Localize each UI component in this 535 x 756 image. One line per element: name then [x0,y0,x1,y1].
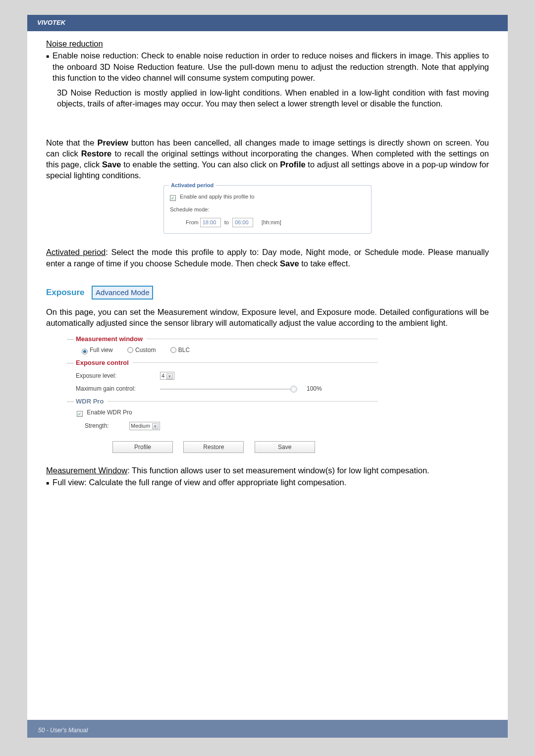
profile-button[interactable]: Profile [112,441,173,453]
restore-button[interactable]: Restore [183,441,244,453]
mw-bullet: ■ Full view: Calculate the full range of… [46,477,489,488]
checkbox-enable-profile[interactable]: ✓ [170,195,176,201]
to-time-input[interactable]: 06:00 [232,218,253,227]
mw-legend: Measurement window [76,335,147,344]
exposure-control-fieldset: — Exposure control Exposure level: 4▾ Ma… [76,362,378,393]
exposure-level-select[interactable]: 4▾ [160,372,174,380]
noise-p2: 3D Noise Reduction is mostly applied in … [57,87,489,109]
time-hint: [hh:mm] [262,219,281,225]
measurement-window-text: Measurement Window: This function allows… [46,465,489,476]
checkbox-enable-wdr[interactable]: ✓ [77,411,83,417]
strength-select[interactable]: Medium▾ [129,422,160,430]
enable-profile-row: ✓ Enable and apply this profile to [170,193,365,201]
from-time-input[interactable]: 18:00 [200,218,221,227]
save-button[interactable]: Save [255,441,315,453]
activated-period-text: Activated period: Select the mode this p… [46,247,489,269]
advanced-mode-badge: Advanced Mode [92,286,153,300]
opt-custom[interactable]: Custom [127,347,156,353]
exposure-heading-row: Exposure Advanced Mode [46,286,489,300]
activated-legend: Activated period [169,182,215,188]
opt-full-view[interactable]: Full view [82,347,113,353]
strength-label: Strength: [85,422,129,430]
schedule-time-row: From 18:00 to 06:00 [hh:mm] [186,218,365,227]
dash-icon: — [67,334,74,344]
noise-p1: Enable noise reduction: Check to enable … [53,50,489,83]
noise-reduction-section: Noise reduction ■ Enable noise reduction… [46,38,489,109]
exposure-title: Exposure [46,288,84,297]
chevron-down-icon: ▾ [166,373,173,379]
brand-header: VIVOTEK [27,15,508,30]
wdr-pro-fieldset: — WDR Pro ✓ Enable WDR Pro Strength: Med… [76,401,378,430]
from-label: From [186,219,199,225]
square-bullet-icon: ■ [46,53,49,83]
enable-wdr-label: Enable WDR Pro [87,409,132,416]
wdr-legend: WDR Pro [76,397,107,406]
measurement-window-fieldset: — Measurement window Full view Custom BL… [76,339,378,354]
noise-bullet-1: ■ Enable noise reduction: Check to enabl… [46,50,489,83]
dash-icon: — [67,397,74,406]
square-bullet-icon: ■ [46,480,49,488]
button-row: Profile Restore Save [76,441,378,453]
radio-icon [82,349,88,354]
radio-icon [127,347,133,353]
preview-note: Note that the Preview button has been ca… [46,137,489,181]
activated-period-panel: Activated period ✓ Enable and apply this… [163,185,372,234]
radio-icon [170,347,176,353]
exposure-intro: On this page, you can set the Measuremen… [46,306,489,329]
opt-blc[interactable]: BLC [170,347,190,353]
max-gain-value: 100% [307,385,322,393]
manual-page: VIVOTEK Noise reduction ■ Enable noise r… [27,15,508,738]
max-gain-slider[interactable] [160,389,294,390]
ec-legend: Exposure control [76,358,133,367]
chevron-down-icon: ▾ [152,423,159,429]
noise-heading: Noise reduction [46,39,103,48]
brand-text: VIVOTEK [37,19,65,26]
exposure-level-label: Exposure level: [76,372,160,380]
slider-thumb-icon[interactable] [290,386,297,393]
page-content: Noise reduction ■ Enable noise reduction… [27,31,508,488]
enable-profile-label: Enable and apply this profile to [180,194,254,200]
schedule-mode-label: Schedule mode: [170,206,365,213]
to-label: to [224,219,229,225]
exposure-form: — Measurement window Full view Custom BL… [76,339,378,453]
dash-icon: — [67,358,74,367]
footer-text: 50 - User's Manual [38,727,88,734]
page-footer: 50 - User's Manual [27,720,508,738]
max-gain-label: Maximum gain control: [76,385,160,393]
